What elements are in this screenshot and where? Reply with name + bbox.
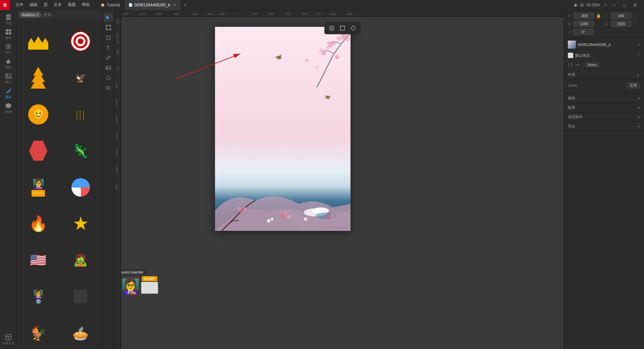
asset-item-rooster[interactable]: 🐓 xyxy=(17,312,59,349)
appearance-section-title[interactable]: 外观 ▲ xyxy=(564,70,644,80)
svg-point-56 xyxy=(244,207,247,211)
sidebar-label-components: 组件 xyxy=(5,36,11,40)
physics-teacher-preview: 👩‍🏫 E=mc² xyxy=(32,178,45,197)
sidebar-item-pages[interactable]: 页面 xyxy=(2,13,15,26)
menu-layer[interactable]: 层 xyxy=(41,1,50,9)
tool-grid[interactable] xyxy=(104,83,113,93)
prototype-add-button[interactable]: + xyxy=(638,115,640,119)
sidebar-item-layout[interactable]: 布局方式 xyxy=(2,333,15,346)
maximize-button[interactable]: □ xyxy=(620,0,629,10)
menu-edit[interactable]: 编辑 xyxy=(27,1,40,9)
asset-item-star[interactable]: ★ xyxy=(60,203,101,245)
tool-eyedrop[interactable] xyxy=(104,53,113,62)
svg-point-47 xyxy=(335,55,339,59)
export-section-title[interactable]: 导出 + xyxy=(564,122,644,131)
asset-item-flag[interactable]: 🇺🇸 xyxy=(17,240,59,281)
sidebar-item-ui[interactable]: UI组件 xyxy=(2,101,15,115)
tab-close-button[interactable]: ✕ xyxy=(172,3,177,7)
star-icon: ★ xyxy=(72,214,89,233)
x-lock-icon[interactable]: 🔒 xyxy=(596,13,601,18)
ruler-num: -1000 xyxy=(155,12,162,16)
minimize-button[interactable]: ─ xyxy=(609,0,619,10)
asset-item-pie[interactable]: 🥧 xyxy=(60,312,101,349)
rotate-icon: ↺ xyxy=(568,30,571,34)
export-add-button[interactable]: + xyxy=(638,124,640,129)
svg-point-45 xyxy=(319,48,323,52)
w-label: W xyxy=(568,22,572,26)
coordinates-section: X 🔒 Y ⤢ W H ⤢ xyxy=(564,10,644,38)
sidebar-label-pages: 页面 xyxy=(5,21,11,26)
dino-icon: 🦎 xyxy=(72,143,89,159)
asset-item-dinosaur[interactable]: 🦎 xyxy=(60,130,101,171)
resize-icon[interactable]: ⤢ xyxy=(633,21,637,26)
asset-item-beach-ball[interactable] xyxy=(60,166,101,208)
export-label: 导出 xyxy=(568,124,575,129)
tool-transform[interactable] xyxy=(104,23,113,32)
svg-rect-3 xyxy=(6,29,8,32)
asset-item-bird[interactable]: 🦅 xyxy=(60,57,101,99)
play-button[interactable]: ▶ xyxy=(575,3,578,7)
sidebar-item-components[interactable]: 组件 xyxy=(2,28,15,41)
tool-text[interactable]: T xyxy=(104,43,113,52)
rotate-input[interactable] xyxy=(573,29,593,35)
asset-item-bars[interactable]: ||| xyxy=(60,94,101,135)
tab-add-button[interactable]: + xyxy=(181,1,189,9)
canvas-document[interactable]: 🦋 🦋 xyxy=(215,27,351,231)
tool-image[interactable] xyxy=(104,63,113,72)
tool-select[interactable] xyxy=(104,13,113,22)
menu-file[interactable]: 文件 xyxy=(13,1,26,9)
prototype-section-title[interactable]: 原型制作 + xyxy=(564,112,644,122)
ratio-right-dropdown[interactable]: None xyxy=(585,62,599,67)
asset-item-hexagon[interactable] xyxy=(17,130,59,171)
asset-item-teacher-gear[interactable]: 👩‍🏫 ⚙️ xyxy=(17,276,59,317)
menu-view[interactable]: 视图 xyxy=(65,1,78,9)
appearance-content: 100% 正常 xyxy=(564,80,644,94)
sidebar-label-styles: 样式 xyxy=(5,51,11,55)
tool-shape[interactable] xyxy=(104,73,113,83)
dark-figure-icon: 🧟 xyxy=(73,253,88,267)
color-add-button[interactable]: + xyxy=(638,96,640,100)
menu-help[interactable]: 帮助 xyxy=(79,1,93,9)
asset-tag-arabica[interactable]: Arabica ✕ xyxy=(19,12,41,17)
w-input[interactable] xyxy=(574,21,594,27)
asset-item-physics-teacher[interactable]: 👩‍🏫 E=mc² xyxy=(17,166,59,208)
color-section-title[interactable]: 着色 + xyxy=(564,94,644,103)
asset-tag-close[interactable]: ✕ xyxy=(36,13,39,17)
asset-item-flame[interactable]: 🔥 xyxy=(17,203,59,245)
sidebar-item-drawing[interactable]: 插画 xyxy=(2,87,15,100)
asset-item-smiley[interactable]: 😊 xyxy=(17,94,59,135)
canvas-container[interactable]: -1400 -1200 -1000 -800 -600 -309 -200 0 … xyxy=(114,10,564,349)
sidebar-item-icons[interactable]: 图标 xyxy=(2,57,15,70)
physics-teacher-canvas[interactable]: Physics teacher 👩‍🏫 xyxy=(121,276,158,294)
asset-item-target[interactable] xyxy=(60,20,101,62)
y-input[interactable] xyxy=(611,13,631,19)
app-logo: B xyxy=(0,0,10,10)
toolbar-crop-btn[interactable] xyxy=(338,23,347,33)
asset-item-empty1[interactable] xyxy=(60,276,101,317)
blend-mode-dropdown[interactable]: 正常 xyxy=(627,82,640,89)
effects-section-title[interactable]: 效果 + xyxy=(564,103,644,112)
moon-icon[interactable]: ☽ xyxy=(603,3,606,7)
tool-crop[interactable] xyxy=(104,33,113,42)
tab-home[interactable]: 🏠 Tutorial xyxy=(97,0,124,10)
tab-active[interactable]: 📄 00081184469265_b ✕ xyxy=(124,0,181,10)
grid-view-button[interactable]: ⊞ xyxy=(580,3,584,7)
file-dropdown-arrow[interactable]: ▾ xyxy=(638,43,640,47)
effects-add-button[interactable]: + xyxy=(638,106,640,110)
asset-item-dark-figure[interactable]: 🧟 xyxy=(60,240,101,281)
asset-item-crown[interactable] xyxy=(17,20,59,62)
toolbar-mask-btn[interactable] xyxy=(327,23,336,33)
close-button[interactable]: ✕ xyxy=(631,0,640,10)
ratio-link-icon[interactable]: ⇌ xyxy=(576,62,580,67)
x-input[interactable] xyxy=(574,13,594,19)
h-input[interactable] xyxy=(611,21,631,27)
window-buttons: ─ □ ✕ xyxy=(609,0,640,10)
state-add-button[interactable]: + xyxy=(638,53,640,58)
asset-item-tree[interactable] xyxy=(17,57,59,99)
toolbar-diamond-btn[interactable] xyxy=(348,23,358,33)
asset-search-input[interactable] xyxy=(43,12,99,17)
sidebar-item-styles[interactable]: 样式 xyxy=(2,42,15,56)
sidebar-item-images[interactable]: 图片 xyxy=(2,72,15,85)
canvas-inner[interactable]: 🦋 🦋 xyxy=(121,17,564,349)
menu-text[interactable]: 文本 xyxy=(51,1,64,9)
